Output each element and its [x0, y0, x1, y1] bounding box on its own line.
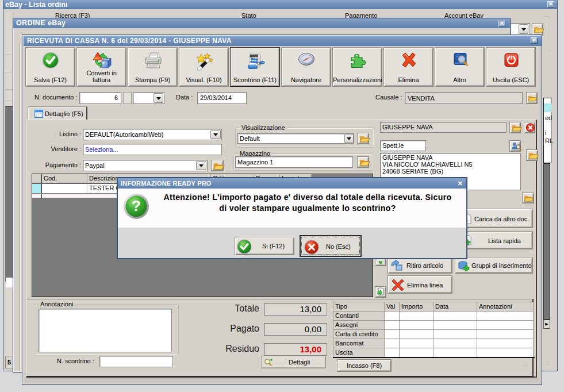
svg-text:?: ?: [132, 197, 141, 214]
